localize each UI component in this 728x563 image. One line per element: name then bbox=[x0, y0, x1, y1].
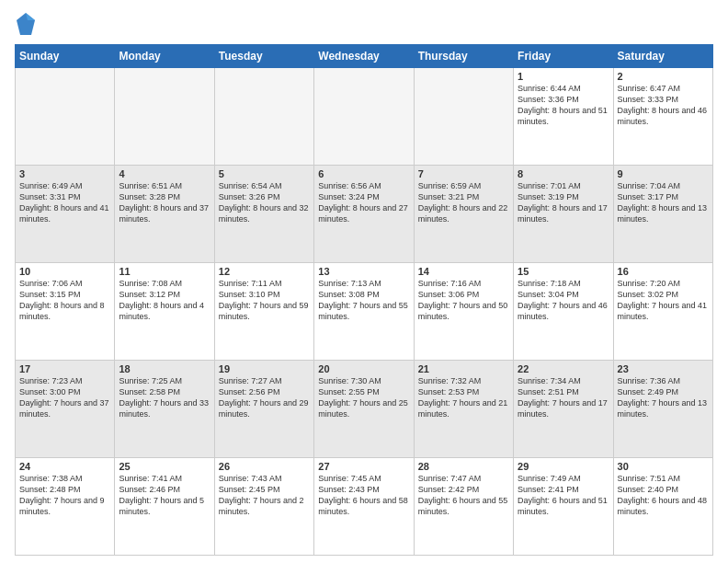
page: SundayMondayTuesdayWednesdayThursdayFrid… bbox=[0, 0, 728, 563]
day-info: Sunrise: 6:47 AM Sunset: 3:33 PM Dayligh… bbox=[618, 83, 709, 128]
day-number: 30 bbox=[618, 461, 709, 472]
calendar-cell: 3Sunrise: 6:49 AM Sunset: 3:31 PM Daylig… bbox=[16, 166, 115, 263]
day-number: 26 bbox=[219, 461, 310, 472]
calendar-cell: 1Sunrise: 6:44 AM Sunset: 3:36 PM Daylig… bbox=[514, 68, 613, 166]
calendar-cell: 8Sunrise: 7:01 AM Sunset: 3:19 PM Daylig… bbox=[514, 166, 613, 263]
calendar-cell bbox=[214, 68, 313, 166]
calendar-cell bbox=[16, 68, 115, 166]
calendar-week-row: 3Sunrise: 6:49 AM Sunset: 3:31 PM Daylig… bbox=[16, 166, 713, 263]
weekday-header-row: SundayMondayTuesdayWednesdayThursdayFrid… bbox=[16, 45, 713, 68]
calendar-cell: 4Sunrise: 6:51 AM Sunset: 3:28 PM Daylig… bbox=[115, 166, 214, 263]
day-number: 21 bbox=[418, 363, 509, 374]
day-number: 10 bbox=[19, 266, 110, 277]
day-info: Sunrise: 6:54 AM Sunset: 3:26 PM Dayligh… bbox=[219, 180, 310, 225]
day-info: Sunrise: 7:01 AM Sunset: 3:19 PM Dayligh… bbox=[518, 180, 609, 225]
weekday-header-sunday: Sunday bbox=[16, 45, 115, 68]
day-info: Sunrise: 7:32 AM Sunset: 2:53 PM Dayligh… bbox=[418, 375, 509, 420]
day-info: Sunrise: 7:51 AM Sunset: 2:40 PM Dayligh… bbox=[618, 473, 709, 518]
day-info: Sunrise: 7:47 AM Sunset: 2:42 PM Dayligh… bbox=[418, 473, 509, 518]
calendar-cell: 6Sunrise: 6:56 AM Sunset: 3:24 PM Daylig… bbox=[314, 166, 414, 263]
calendar-cell: 22Sunrise: 7:34 AM Sunset: 2:51 PM Dayli… bbox=[514, 361, 613, 458]
day-number: 22 bbox=[518, 363, 609, 374]
calendar-cell: 20Sunrise: 7:30 AM Sunset: 2:55 PM Dayli… bbox=[314, 361, 414, 458]
day-info: Sunrise: 7:23 AM Sunset: 3:00 PM Dayligh… bbox=[19, 375, 110, 420]
calendar-cell: 17Sunrise: 7:23 AM Sunset: 3:00 PM Dayli… bbox=[16, 361, 115, 458]
calendar-cell: 29Sunrise: 7:49 AM Sunset: 2:41 PM Dayli… bbox=[514, 458, 613, 556]
day-info: Sunrise: 6:51 AM Sunset: 3:28 PM Dayligh… bbox=[119, 180, 210, 225]
day-info: Sunrise: 6:44 AM Sunset: 3:36 PM Dayligh… bbox=[518, 83, 609, 128]
day-info: Sunrise: 7:43 AM Sunset: 2:45 PM Dayligh… bbox=[219, 473, 310, 518]
weekday-header-thursday: Thursday bbox=[414, 45, 513, 68]
day-info: Sunrise: 7:18 AM Sunset: 3:04 PM Dayligh… bbox=[518, 278, 609, 323]
calendar-cell: 26Sunrise: 7:43 AM Sunset: 2:45 PM Dayli… bbox=[214, 458, 313, 556]
calendar-cell: 2Sunrise: 6:47 AM Sunset: 3:33 PM Daylig… bbox=[613, 68, 712, 166]
day-number: 6 bbox=[318, 168, 409, 179]
calendar-table: SundayMondayTuesdayWednesdayThursdayFrid… bbox=[15, 44, 713, 556]
calendar-cell: 14Sunrise: 7:16 AM Sunset: 3:06 PM Dayli… bbox=[414, 263, 513, 361]
day-number: 4 bbox=[119, 168, 210, 179]
calendar-cell: 7Sunrise: 6:59 AM Sunset: 3:21 PM Daylig… bbox=[414, 166, 513, 263]
weekday-header-tuesday: Tuesday bbox=[214, 45, 313, 68]
calendar-cell: 21Sunrise: 7:32 AM Sunset: 2:53 PM Dayli… bbox=[414, 361, 513, 458]
day-number: 5 bbox=[219, 168, 310, 179]
logo-icon bbox=[15, 11, 37, 37]
day-number: 15 bbox=[518, 266, 609, 277]
day-info: Sunrise: 7:34 AM Sunset: 2:51 PM Dayligh… bbox=[518, 375, 609, 420]
day-info: Sunrise: 6:59 AM Sunset: 3:21 PM Dayligh… bbox=[418, 180, 509, 225]
day-info: Sunrise: 7:38 AM Sunset: 2:48 PM Dayligh… bbox=[19, 473, 110, 518]
day-number: 19 bbox=[219, 363, 310, 374]
calendar-cell: 25Sunrise: 7:41 AM Sunset: 2:46 PM Dayli… bbox=[115, 458, 214, 556]
day-info: Sunrise: 6:49 AM Sunset: 3:31 PM Dayligh… bbox=[19, 180, 110, 225]
logo bbox=[15, 11, 40, 37]
calendar-cell bbox=[414, 68, 513, 166]
calendar-week-row: 1Sunrise: 6:44 AM Sunset: 3:36 PM Daylig… bbox=[16, 68, 713, 166]
svg-marker-0 bbox=[17, 13, 35, 35]
calendar-cell: 16Sunrise: 7:20 AM Sunset: 3:02 PM Dayli… bbox=[613, 263, 712, 361]
day-number: 18 bbox=[119, 363, 210, 374]
day-info: Sunrise: 7:25 AM Sunset: 2:58 PM Dayligh… bbox=[119, 375, 210, 420]
calendar-cell bbox=[115, 68, 214, 166]
day-info: Sunrise: 7:06 AM Sunset: 3:15 PM Dayligh… bbox=[19, 278, 110, 323]
calendar-cell: 5Sunrise: 6:54 AM Sunset: 3:26 PM Daylig… bbox=[214, 166, 313, 263]
calendar-week-row: 24Sunrise: 7:38 AM Sunset: 2:48 PM Dayli… bbox=[16, 458, 713, 556]
day-info: Sunrise: 7:41 AM Sunset: 2:46 PM Dayligh… bbox=[119, 473, 210, 518]
day-number: 27 bbox=[318, 461, 409, 472]
day-info: Sunrise: 7:04 AM Sunset: 3:17 PM Dayligh… bbox=[618, 180, 709, 225]
day-number: 2 bbox=[618, 71, 709, 82]
day-number: 14 bbox=[418, 266, 509, 277]
day-number: 29 bbox=[518, 461, 609, 472]
calendar-cell: 9Sunrise: 7:04 AM Sunset: 3:17 PM Daylig… bbox=[613, 166, 712, 263]
calendar-cell: 24Sunrise: 7:38 AM Sunset: 2:48 PM Dayli… bbox=[16, 458, 115, 556]
day-info: Sunrise: 7:27 AM Sunset: 2:56 PM Dayligh… bbox=[219, 375, 310, 420]
day-info: Sunrise: 7:20 AM Sunset: 3:02 PM Dayligh… bbox=[618, 278, 709, 323]
calendar-cell: 11Sunrise: 7:08 AM Sunset: 3:12 PM Dayli… bbox=[115, 263, 214, 361]
calendar-cell: 13Sunrise: 7:13 AM Sunset: 3:08 PM Dayli… bbox=[314, 263, 414, 361]
weekday-header-wednesday: Wednesday bbox=[314, 45, 414, 68]
day-number: 11 bbox=[119, 266, 210, 277]
calendar-cell bbox=[314, 68, 414, 166]
day-number: 13 bbox=[318, 266, 409, 277]
day-info: Sunrise: 7:30 AM Sunset: 2:55 PM Dayligh… bbox=[318, 375, 409, 420]
day-info: Sunrise: 6:56 AM Sunset: 3:24 PM Dayligh… bbox=[318, 180, 409, 225]
day-info: Sunrise: 7:49 AM Sunset: 2:41 PM Dayligh… bbox=[518, 473, 609, 518]
calendar-cell: 27Sunrise: 7:45 AM Sunset: 2:43 PM Dayli… bbox=[314, 458, 414, 556]
day-number: 23 bbox=[618, 363, 709, 374]
day-info: Sunrise: 7:45 AM Sunset: 2:43 PM Dayligh… bbox=[318, 473, 409, 518]
calendar-week-row: 10Sunrise: 7:06 AM Sunset: 3:15 PM Dayli… bbox=[16, 263, 713, 361]
day-number: 17 bbox=[19, 363, 110, 374]
day-info: Sunrise: 7:16 AM Sunset: 3:06 PM Dayligh… bbox=[418, 278, 509, 323]
weekday-header-friday: Friday bbox=[514, 45, 613, 68]
day-info: Sunrise: 7:11 AM Sunset: 3:10 PM Dayligh… bbox=[219, 278, 310, 323]
calendar-cell: 30Sunrise: 7:51 AM Sunset: 2:40 PM Dayli… bbox=[613, 458, 712, 556]
day-number: 8 bbox=[518, 168, 609, 179]
calendar-cell: 19Sunrise: 7:27 AM Sunset: 2:56 PM Dayli… bbox=[214, 361, 313, 458]
day-number: 12 bbox=[219, 266, 310, 277]
day-info: Sunrise: 7:08 AM Sunset: 3:12 PM Dayligh… bbox=[119, 278, 210, 323]
calendar-cell: 15Sunrise: 7:18 AM Sunset: 3:04 PM Dayli… bbox=[514, 263, 613, 361]
day-number: 20 bbox=[318, 363, 409, 374]
day-number: 16 bbox=[618, 266, 709, 277]
day-number: 3 bbox=[19, 168, 110, 179]
calendar-cell: 10Sunrise: 7:06 AM Sunset: 3:15 PM Dayli… bbox=[16, 263, 115, 361]
calendar-cell: 28Sunrise: 7:47 AM Sunset: 2:42 PM Dayli… bbox=[414, 458, 513, 556]
header bbox=[15, 11, 713, 37]
